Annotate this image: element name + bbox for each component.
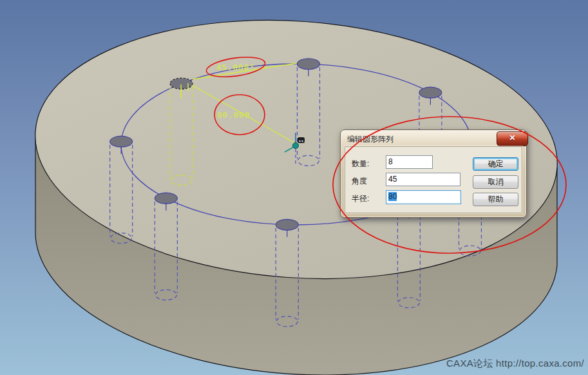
ok-button[interactable]: 确定 [473,157,518,171]
radius-label: 半径: [352,193,369,204]
snap-cursor-icon [298,137,305,143]
angle-input[interactable]: 45 [386,173,460,186]
dialog-title: 编辑圆形阵列 [347,134,394,145]
quantity-input[interactable]: 8 [386,155,433,169]
cancel-button[interactable]: 取消 [473,175,518,189]
angle-label: 角度 [352,176,367,187]
cad-viewport[interactable]: 45.000° 80.000 编辑圆形阵列 ✕ 数量: 角度 半径: 8 45 … [0,0,588,375]
radius-value-selected: 80 [388,192,397,201]
watermark-text: CAXA论坛 http://top.caxa.com/ [446,358,584,370]
help-button[interactable]: 帮助 [473,193,518,206]
radius-dimension-text[interactable]: 80.000 [217,110,250,120]
angle-dimension-text[interactable]: 45.000° [216,63,255,72]
angle-value: 45 [388,175,397,184]
quantity-label: 数量: [352,159,369,169]
edit-circular-pattern-dialog[interactable]: 编辑圆形阵列 ✕ 数量: 角度 半径: 8 45 80 确定 取消 帮助 [340,130,527,218]
radius-input[interactable]: 80 [386,190,461,204]
quantity-value: 8 [388,157,393,166]
close-button[interactable]: ✕ [497,131,528,146]
